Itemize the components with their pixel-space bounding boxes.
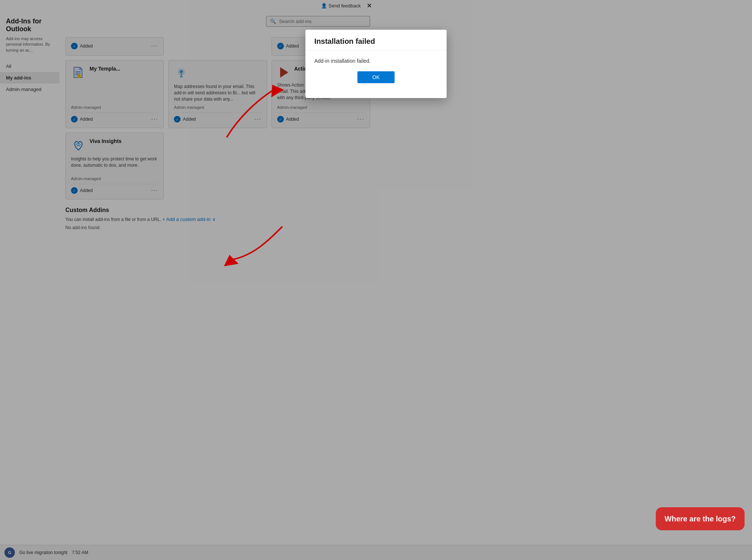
modal-header: Installation failed — [305, 30, 376, 51]
modal-overlay: Installation failed Add-in installation … — [0, 0, 376, 280]
modal-message: Add-in installation failed. — [314, 58, 376, 64]
ok-button[interactable]: OK — [357, 71, 376, 83]
modal-dialog: Installation failed Add-in installation … — [305, 30, 376, 98]
modal-body: Add-in installation failed. OK — [305, 51, 376, 98]
modal-title: Installation failed — [314, 37, 376, 46]
modal-footer: OK — [314, 71, 376, 91]
